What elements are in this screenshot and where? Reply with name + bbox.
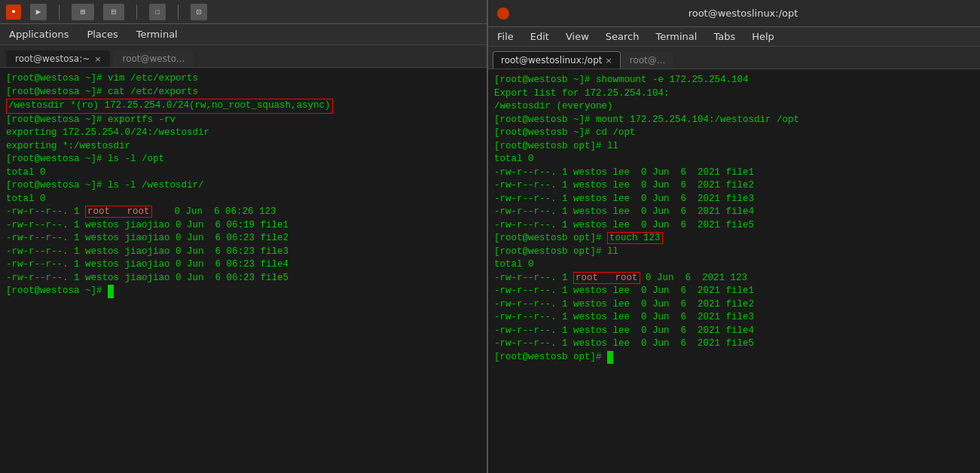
taskbar-btn-4[interactable]: ☐ [149,4,166,20]
terminal-right: root@westoslinux:/opt File Edit View Sea… [488,0,980,473]
term-line-12: -rw-r--r--. 1 westos jiaojiao 0 Jun 6 06… [6,232,481,246]
tabs-row-right: root@westoslinux:/opt × root@... [488,47,980,69]
term-line-11: -rw-r--r--. 1 westos jiaojiao 0 Jun 6 06… [6,219,481,233]
term-line-3: [root@westosa ~]# exportfs -rv [6,114,481,127]
term-line-4: exporting 172.25.254.0/24:/westosdir [6,127,481,140]
term-line-2: [root@westosa ~]# cat /etc/exports [6,86,481,99]
rterm-line-12: -rw-r--r--. 1 westos lee 0 Jun 6 2021 fi… [494,219,974,233]
term-line-14: -rw-r--r--. 1 westos jiaojiao 0 Jun 6 06… [6,258,481,272]
menu-file[interactable]: File [494,29,517,44]
rterm-line-13: [root@westosb opt]# ll [494,246,974,259]
taskbar-sep-2 [136,5,137,20]
term-line-15: -rw-r--r--. 1 westos jiaojiao 0 Jun 6 06… [6,272,481,285]
rterm-line-1: [root@westosb ~]# showmount -e 172.25.25… [494,74,974,87]
taskbar-left: ● ▶ ⊞ ⊟ ☐ ⊡ [0,0,487,24]
rterm-line-11: -rw-r--r--. 1 westos lee 0 Jun 6 2021 fi… [494,206,974,219]
rterm-line-19: -rw-r--r--. 1 westos lee 0 Jun 6 2021 fi… [494,325,974,338]
menu-search[interactable]: Search [603,29,643,44]
menubar-right: File Edit View Search Terminal Tabs Help [488,27,980,47]
taskbar-btn-2[interactable]: ⊞ [72,4,94,20]
term-line-8: [root@westosa ~]# ls -l /westosdir/ [6,179,481,193]
menubar-left: Applications Places Terminal [0,24,487,45]
menu-terminal[interactable]: Terminal [133,27,181,41]
term-line-9: total 0 [6,193,481,206]
rterm-line-2: Export list for 172.25.254.104: [494,87,974,101]
term-line-5: exporting *:/westosdir [6,140,481,154]
rterm-line-20: -rw-r--r--. 1 westos lee 0 Jun 6 2021 fi… [494,337,974,351]
rterm-line-3: /westosdir (everyone) [494,100,974,114]
menu-help[interactable]: Help [749,29,777,44]
tab-active-left[interactable]: root@westosa:~ × [6,50,110,67]
rterm-line-18: -rw-r--r--. 1 westos lee 0 Jun 6 2021 fi… [494,311,974,325]
menu-applications[interactable]: Applications [6,27,72,41]
tab-close-right[interactable]: × [606,56,612,66]
term-line-6: [root@westosa ~]# ls -l /opt [6,153,481,166]
rterm-line-5: [root@westosb ~]# cd /opt [494,127,974,140]
tab-active-label: root@westosa:~ [15,53,90,64]
app-icon-right [497,8,509,20]
tab-active-label-right: root@westoslinux:/opt [501,55,603,66]
term-line-1: [root@westosa ~]# vim /etc/exports [6,72,481,86]
rterm-line-9: -rw-r--r--. 1 westos lee 0 Jun 6 2021 fi… [494,179,974,193]
rterm-line-14: total 0 [494,258,974,272]
rterm-line-7: total 0 [494,153,974,166]
taskbar-sep-3 [178,5,179,20]
term-line-16: [root@westosa ~]# [6,285,481,298]
taskbar-btn-3[interactable]: ⊟ [103,4,124,20]
menu-terminal-r[interactable]: Terminal [652,29,700,44]
rterm-line-10: -rw-r--r--. 1 westos lee 0 Jun 6 2021 fi… [494,193,974,206]
rterm-line-16: -rw-r--r--. 1 westos lee 0 Jun 6 2021 fi… [494,285,974,298]
terminal-left: ● ▶ ⊞ ⊟ ☐ ⊡ Applications Places Terminal… [0,0,488,473]
titlebar-right: root@westoslinux:/opt [488,0,980,27]
menu-view[interactable]: View [563,29,592,44]
rterm-line-touch: [root@westosb opt]# touch 123 [494,232,974,246]
rterm-line-21: [root@westosb opt]# [494,351,974,365]
rterm-line-4: [root@westosb ~]# mount 172.25.254.104:/… [494,114,974,127]
term-line-10: -rw-r--r--. 1 root root 0 Jun 6 06:26 12… [6,206,481,219]
terminal-content-left: [root@westosa ~]# vim /etc/exports [root… [0,68,487,473]
tab-inactive-left[interactable]: root@westo... [113,50,194,67]
taskbar-btn-5[interactable]: ⊡ [191,4,207,20]
tab-inactive-right[interactable]: root@... [622,52,673,69]
rterm-line-8: -rw-r--r--. 1 westos lee 0 Jun 6 2021 fi… [494,166,974,180]
tab-active-right[interactable]: root@westoslinux:/opt × [493,51,621,69]
menu-places[interactable]: Places [84,27,121,41]
window-title-right: root@westoslinux:/opt [515,8,971,19]
tabs-row-left: root@westosa:~ × root@westo... [0,45,487,68]
rterm-line-17: -rw-r--r--. 1 westos lee 0 Jun 6 2021 fi… [494,298,974,312]
rterm-line-6: [root@westosb opt]# ll [494,140,974,154]
taskbar-app-icon: ● [6,5,21,20]
terminal-content-right: [root@westosb ~]# showmount -e 172.25.25… [488,69,980,473]
menu-edit[interactable]: Edit [527,29,552,44]
rterm-line-15: -rw-r--r--. 1 root root 0 Jun 6 2021 123 [494,272,974,285]
term-line-highlight: /westosdir *(ro) 172.25.254.0/24(rw,no_r… [6,99,333,114]
taskbar-btn-1[interactable]: ▶ [30,4,47,20]
term-line-13: -rw-r--r--. 1 westos jiaojiao 0 Jun 6 06… [6,246,481,259]
tab-close-left[interactable]: × [94,54,101,64]
term-line-7: total 0 [6,166,481,180]
taskbar-sep-1 [59,5,60,20]
menu-tabs[interactable]: Tabs [710,29,738,44]
